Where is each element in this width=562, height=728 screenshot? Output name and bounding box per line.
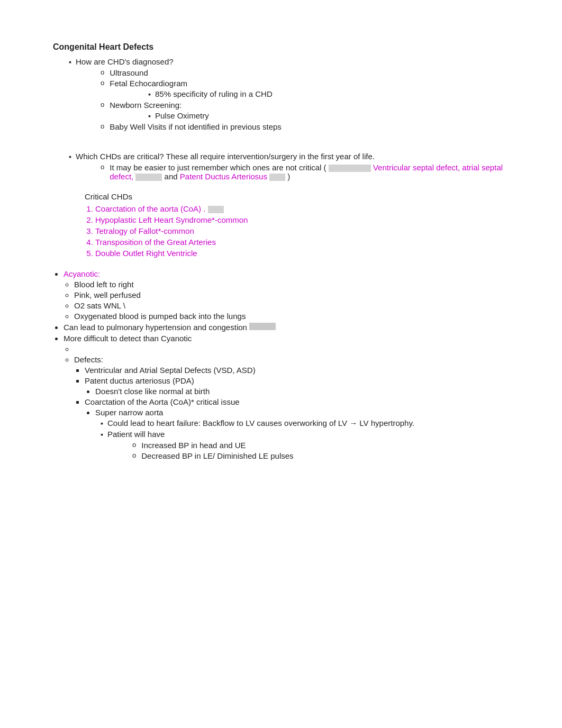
bullet-pulmonary: Can lead to pulmonary hypertension and c… (64, 323, 520, 332)
method-baby-well: Baby Well Visits if not identified in pr… (101, 122, 520, 131)
coa-bp-items: Increased BP in head and UE Decreased BP… (132, 441, 520, 460)
coa-heart-failure: Could lead to heart failure: Backflow to… (101, 418, 520, 427)
page-content: Congenital Heart Defects How are CHD's d… (53, 42, 520, 460)
newborn-sub: Pulse Oximetry (148, 111, 520, 120)
bullet-difficult: More difficult to detect than Cyanotic D… (64, 334, 520, 460)
critical-chds-list: Coarctation of the aorta (CoA) . Hypopla… (95, 204, 520, 258)
list-item-4: Transposition of the Great Arteries (95, 238, 520, 247)
defect-pda: Patent ductus arteriosus (PDA) Doesn't c… (85, 376, 520, 396)
diagnosis-section: How are CHD's diagnosed? Ultrasound Feta… (69, 57, 520, 131)
method-newborn: Newborn Screening: (101, 101, 520, 110)
defects-list: Ventricular and Atrial Septal Defects (V… (85, 366, 520, 460)
critical-chds-heading-container: Critical CHDs Coarctation of the aorta (… (85, 192, 520, 258)
blank-highlight-1 (329, 165, 371, 172)
list-item-2: Hypoplastic Left Heart Syndrome*-common (95, 215, 520, 224)
critical-section: Which CHDs are critical? These all requi… (69, 152, 520, 181)
defect-vsd-asd: Ventricular and Atrial Septal Defects (V… (85, 366, 520, 375)
diagnosis-methods: Ultrasound Fetal Echocardiogram 85% spec… (101, 68, 520, 131)
acyanotic-list: Acyanotic: Blood left to right Pink, wel… (64, 269, 520, 460)
coa-sub-list: Super narrow aorta (95, 408, 520, 417)
blank-highlight-2 (135, 174, 162, 181)
coa-square-items: Could lead to heart failure: Backflow to… (101, 418, 520, 460)
method-ultrasound: Ultrasound (101, 68, 520, 77)
acyanotic-sub-2: Pink, well perfused (74, 290, 520, 299)
difficult-sub-defects: Defects: Ventricular and Atrial Septal D… (74, 355, 520, 460)
blank-highlight-3 (269, 174, 285, 181)
coa-sub-narrow: Super narrow aorta (95, 408, 520, 417)
diagnosis-heading-item: How are CHD's diagnosed? (69, 57, 520, 66)
critical-chds-heading: Critical CHDs (85, 192, 520, 201)
page-title: Congenital Heart Defects (53, 42, 520, 52)
diagnosis-heading: How are CHD's diagnosed? (76, 57, 174, 66)
not-critical-item: It may be easier to just remember which … (101, 163, 520, 181)
gray-highlight-pulmonary (249, 323, 276, 330)
critical-question-text: Which CHDs are critical? These all requi… (76, 152, 375, 161)
acyanotic-sub-4: Oxygenated blood is pumped back into the… (74, 312, 520, 321)
list-item-3: Tetralogy of Fallot*-common (95, 226, 520, 235)
blank-coA (208, 206, 224, 213)
method-fetal-echo: Fetal Echocardiogram (101, 79, 520, 88)
pda-sub-1: Doesn't close like normal at birth (95, 387, 520, 396)
difficult-sub-empty (74, 344, 520, 353)
defect-coa: Coarctation of the Aorta (CoA)* critical… (85, 397, 520, 460)
fetal-echo-sub: 85% specificity of ruling in a CHD (148, 89, 520, 98)
acyanotic-sub-1: Blood left to right (74, 280, 520, 289)
list-item-5: Double Outlet Right Ventricle (95, 249, 520, 258)
acyanotic-item: Acyanotic: Blood left to right Pink, wel… (64, 269, 520, 321)
acyanotic-sub-list: Blood left to right Pink, well perfused … (74, 280, 520, 321)
pda-sub-list: Doesn't close like normal at birth (95, 387, 520, 396)
list-item-1: Coarctation of the aorta (CoA) . (95, 204, 520, 213)
coa-decreased-bp: Decreased BP in LE/ Diminished LE pulses (132, 451, 520, 460)
difficult-sub-list: Defects: Ventricular and Atrial Septal D… (74, 344, 520, 460)
acyanotic-sub-3: O2 sats WNL \ (74, 301, 520, 310)
critical-question-item: Which CHDs are critical? These all requi… (69, 152, 520, 161)
coa-patient-will-have: Patient will have (101, 430, 520, 439)
coa-increased-bp: Increased BP in head and UE (132, 441, 520, 450)
